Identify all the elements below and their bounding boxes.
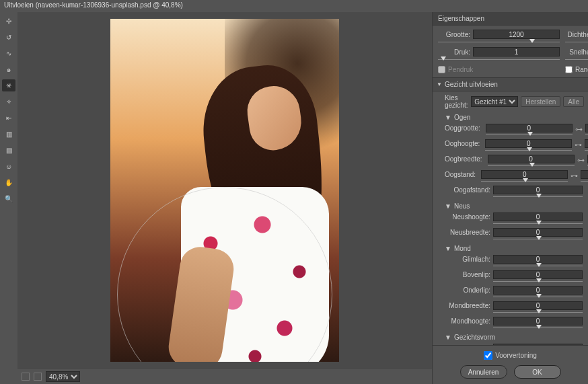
preview-label: Voorvertoning (495, 352, 537, 359)
face-reset-button[interactable]: Herstellen (521, 96, 560, 107)
brush-pressure-slider[interactable] (438, 58, 560, 62)
eyes-2-link-icon[interactable]: ⊶ (577, 155, 585, 165)
face-select-label: Kies gezicht: (445, 94, 468, 109)
properties-panel-title: Eigenschappen (433, 12, 588, 26)
chevron-down-icon: ▼ (445, 114, 451, 121)
face-liquify-section-header[interactable]: ▼ Gezicht uitvloeien (433, 77, 588, 91)
mouth-4-label: Mondhoogte: (445, 317, 493, 325)
chevron-down-icon: ▼ (445, 202, 451, 210)
eyes-1-left-slider[interactable] (485, 148, 572, 153)
nose-group-header[interactable]: ▼Neus (433, 200, 588, 212)
twirl-tool[interactable]: ๑ (2, 63, 15, 75)
pin-edges-label: Randen vastzetten (575, 66, 588, 73)
brush-density-slider[interactable] (565, 40, 588, 44)
thaw-mask-tool[interactable]: ▤ (2, 144, 15, 156)
brush-properties: Grootte: Dichtheid: Druk: (433, 26, 588, 77)
eyes-1-right-input[interactable] (585, 139, 588, 148)
eyes-3-right-slider[interactable] (581, 179, 588, 184)
brush-size-label: Grootte: (438, 31, 470, 38)
reconstruct-tool[interactable]: ↺ (2, 31, 15, 43)
eyes-0-link-icon[interactable]: ⊶ (575, 124, 583, 134)
face-select-dropdown[interactable]: Gezicht #1 (471, 96, 518, 107)
eye-distance-label: Oogafstand: (445, 186, 493, 194)
tool-toolbar: ✢↺∿๑✳⟡⇤▥▤☺✋🔍 (0, 12, 17, 384)
smooth-tool[interactable]: ∿ (2, 47, 15, 59)
window-title: Uitvloeien (naveen-kumar-1306936-unsplas… (0, 0, 588, 12)
mouth-0-slider[interactable] (493, 264, 583, 269)
nose-1-slider[interactable] (493, 237, 583, 242)
eyes-1-right-slider[interactable] (585, 148, 588, 153)
canvas-area[interactable]: 40,8% (17, 12, 432, 384)
eye-distance-slider[interactable] (493, 194, 583, 200)
mouth-4-slider[interactable] (493, 325, 583, 331)
brush-rate-slider[interactable] (565, 58, 588, 62)
eyes-2-left-slider[interactable] (488, 163, 575, 169)
eyes-3-link-icon[interactable]: ⊶ (571, 170, 578, 180)
shape-group-header[interactable]: ▼Gezichtsvorm (433, 332, 588, 343)
push-left-tool[interactable]: ⇤ (2, 112, 15, 124)
brush-pressure-input[interactable] (473, 47, 560, 56)
ok-button[interactable]: OK (514, 365, 561, 379)
show-mesh-icon[interactable] (22, 373, 30, 381)
show-mask-icon[interactable] (34, 373, 42, 381)
freeze-mask-tool[interactable]: ▥ (2, 128, 15, 140)
eyes-2-label: Oogbreedte: (445, 155, 485, 163)
chevron-down-icon: ▼ (437, 81, 442, 87)
pin-edges-checkbox[interactable] (565, 66, 573, 73)
eyes-3-right-input[interactable] (581, 170, 588, 179)
zoom-tool[interactable]: 🔍 (2, 192, 15, 204)
brush-size-slider[interactable] (438, 40, 560, 44)
brush-pressure-label: Druk: (438, 48, 470, 56)
preview-checkbox[interactable] (484, 351, 492, 360)
brush-size-input[interactable] (473, 30, 560, 39)
chevron-down-icon: ▼ (445, 334, 451, 341)
eyes-0-right-input[interactable] (585, 124, 588, 132)
nose-1-label: Neusbreedte: (445, 228, 493, 236)
face-all-button[interactable]: Alle (563, 96, 584, 107)
mouth-1-label: Bovenlip: (445, 270, 493, 278)
forward-warp-tool[interactable]: ✢ (2, 15, 15, 27)
bloat-tool[interactable]: ⟡ (2, 95, 15, 108)
face-tool[interactable]: ☺ (2, 160, 15, 172)
mouth-3-label: Mondbreedte: (445, 301, 493, 309)
nose-0-label: Neushoogte: (445, 213, 493, 221)
eyes-group-header[interactable]: ▼Ogen (433, 112, 588, 123)
eyes-0-right-slider[interactable] (585, 132, 588, 138)
mouth-0-label: Glimlach: (445, 255, 493, 263)
hand-tool[interactable]: ✋ (2, 176, 15, 188)
properties-panel: Eigenschappen Grootte: Dichtheid: Druk: (432, 12, 588, 384)
canvas-statusbar: 40,8% (17, 369, 432, 384)
mouth-1-slider[interactable] (493, 279, 583, 284)
zoom-select[interactable]: 40,8% (46, 371, 80, 382)
mouth-group-header[interactable]: ▼Mond (433, 243, 588, 254)
document-canvas[interactable] (110, 19, 339, 362)
stylus-pressure-checkbox (438, 66, 445, 73)
eyes-1-label: Ooghoogte: (445, 139, 482, 147)
pucker-tool[interactable]: ✳ (2, 79, 15, 91)
nose-0-slider[interactable] (493, 221, 583, 227)
mouth-2-label: Onderlip: (445, 286, 493, 294)
stylus-pressure-label: Pendruk (448, 66, 473, 73)
chevron-down-icon: ▼ (445, 245, 451, 252)
eyes-1-link-icon[interactable]: ⊶ (575, 139, 582, 149)
mouth-3-slider[interactable] (493, 310, 583, 315)
eyes-0-label: Ooggrootte: (445, 124, 483, 132)
eyes-3-label: Oogstand: (445, 170, 478, 178)
cancel-button[interactable]: Annuleren (460, 365, 507, 379)
eyes-0-left-slider[interactable] (486, 132, 573, 138)
eyes-3-left-slider[interactable] (481, 179, 568, 184)
face-liquify-header-label: Gezicht uitvloeien (445, 81, 498, 88)
photo-subject (147, 66, 316, 355)
mouth-2-slider[interactable] (493, 295, 583, 300)
brush-rate-label: Snelheid: (565, 48, 588, 56)
brush-density-label: Dichtheid: (565, 31, 588, 38)
